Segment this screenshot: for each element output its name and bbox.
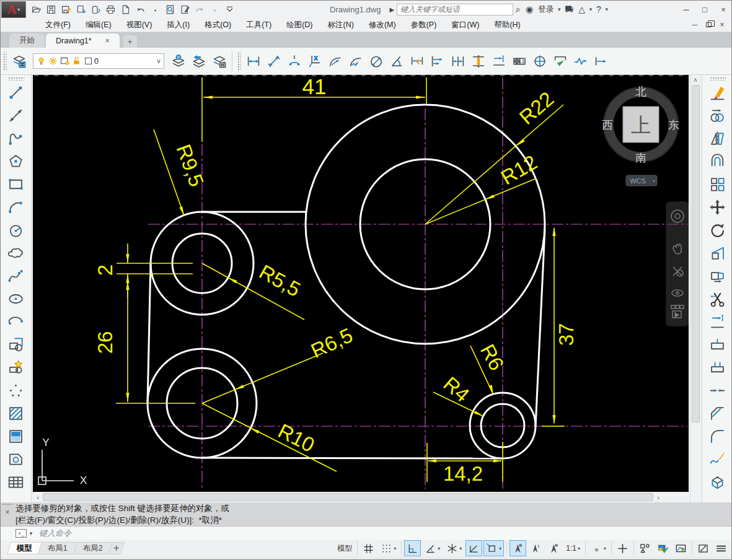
fullscreen[interactable] — [695, 540, 712, 556]
minimize-button[interactable]: ─ — [677, 1, 695, 17]
annotation-scale-value-dropdown-icon[interactable]: ▾ — [578, 546, 580, 551]
draw-hatch-button[interactable] — [4, 402, 28, 425]
draw-construction-line-button[interactable] — [4, 104, 28, 127]
doc-restore-button[interactable] — [702, 19, 715, 30]
qat-save-button[interactable] — [43, 2, 58, 17]
clean-screen-image[interactable]: ! — [672, 540, 689, 556]
draw-point-button[interactable] — [4, 379, 28, 402]
ucs-icon[interactable]: Y X — [38, 437, 87, 486]
dim-edit-button[interactable] — [591, 50, 611, 72]
layer-properties-button[interactable] — [9, 50, 29, 72]
ortho-toggle[interactable] — [404, 540, 421, 556]
qat-new-button[interactable] — [118, 2, 133, 17]
workspace-switching-dropdown-icon[interactable]: ▾ — [604, 546, 606, 551]
draw-line-button[interactable] — [4, 81, 28, 104]
modify-rotate-button[interactable] — [706, 219, 730, 242]
qat-publish-button[interactable] — [88, 2, 103, 17]
isodraft-toggle[interactable]: ▾ — [444, 540, 464, 556]
model-space-label[interactable]: 模型 — [335, 540, 355, 556]
polar-toggle[interactable]: ▾ — [422, 540, 443, 556]
vertical-scroll-thumb[interactable] — [692, 85, 700, 422]
draw-create-block-button[interactable] — [4, 356, 28, 379]
draw-ellipse-arc-button[interactable] — [4, 310, 28, 333]
qat-undo-button[interactable] — [133, 2, 148, 17]
customization[interactable] — [713, 540, 730, 556]
qat-markup-button[interactable] — [177, 2, 192, 17]
modify-offset-button[interactable] — [706, 150, 730, 173]
dim-linear-button[interactable] — [243, 50, 263, 72]
modify-toolbar-grip[interactable] — [710, 77, 726, 81]
otrack-toggle[interactable] — [465, 540, 482, 556]
app-store-cart-icon[interactable]: ⛟ — [565, 4, 573, 14]
dim-continue-button[interactable] — [448, 50, 468, 72]
dim-baseline-button[interactable] — [427, 50, 448, 72]
help-dropdown-icon[interactable]: ▾ — [604, 6, 610, 12]
annotation-monitor[interactable] — [614, 540, 631, 556]
menu-h[interactable]: 帮助(H) — [487, 18, 527, 32]
qat-export-button[interactable] — [73, 2, 88, 17]
draw-table-button[interactable] — [4, 471, 28, 494]
command-window-grip[interactable] — [2, 503, 13, 506]
dim-angular-button[interactable] — [386, 50, 407, 72]
draw-rectangle-button[interactable] — [4, 173, 28, 196]
dim-radius-button[interactable] — [325, 50, 345, 72]
draw-polyline-button[interactable] — [4, 127, 28, 150]
qat-print-button[interactable] — [103, 2, 118, 17]
help-search-input[interactable] — [397, 4, 513, 15]
layer-dropdown-chevron-icon[interactable]: ∨ — [156, 57, 161, 65]
qat-undo-menu-button[interactable]: ▾ — [148, 2, 162, 17]
menu-p[interactable]: 参数(P) — [403, 18, 444, 32]
graphics-performance[interactable] — [655, 540, 671, 556]
dim-diameter-button[interactable] — [366, 50, 386, 72]
maximize-button[interactable]: □ — [695, 1, 714, 17]
search-expand-icon[interactable]: ▶ — [389, 6, 394, 13]
center-mark-button[interactable] — [529, 50, 550, 72]
qat-redo-button[interactable] — [192, 2, 207, 17]
draw-revision-cloud-button[interactable] — [4, 242, 28, 265]
recent-commands-icon[interactable]: ▾ — [28, 530, 34, 536]
modify-trim-button[interactable] — [706, 287, 730, 310]
modify-scale-button[interactable] — [706, 242, 730, 265]
dim-jogged-button[interactable] — [345, 50, 366, 72]
dimension-toolbar-grip[interactable] — [237, 52, 241, 71]
application-menu-button[interactable]: A▾ — [1, 1, 26, 18]
horizontal-scrollbar[interactable]: ‹ › — [33, 492, 689, 502]
dimensions[interactable] — [116, 77, 565, 482]
workspace-switching[interactable]: ⚙▾ — [588, 540, 609, 556]
grid-toggle[interactable] — [360, 540, 377, 556]
command-input-row[interactable]: >_ ▾ 键入命令 — [1, 526, 732, 540]
doc-close-button[interactable]: × — [715, 19, 729, 30]
horizontal-scroll-thumb[interactable] — [43, 493, 653, 501]
isolate-objects[interactable] — [637, 540, 653, 556]
menu-v[interactable]: 视图(V) — [119, 18, 160, 32]
snap-toggle-dropdown-icon[interactable]: ▾ — [394, 546, 396, 551]
account-icon[interactable]: ◉ — [526, 4, 533, 14]
signin-dropdown-icon[interactable]: ▾ — [556, 6, 562, 12]
modify-fillet-button[interactable] — [706, 425, 730, 448]
draw-circle-button[interactable] — [4, 219, 28, 242]
annotation-scale-icon[interactable] — [545, 540, 562, 556]
dim-aligned-button[interactable] — [263, 50, 284, 72]
modify-break-button[interactable] — [706, 356, 730, 379]
menu-i[interactable]: 插入(I) — [159, 18, 197, 32]
command-close-icon[interactable]: × — [2, 507, 13, 517]
menu-n[interactable]: 标注(N) — [320, 18, 361, 32]
modify-join-button[interactable] — [706, 379, 730, 402]
osnap-toggle[interactable]: ▾ — [483, 540, 504, 556]
modify-copy-button[interactable] — [706, 104, 730, 127]
dim-jog-line-button[interactable] — [570, 50, 591, 72]
menu-e[interactable]: 编辑(E) — [78, 18, 119, 32]
tolerance-button[interactable]: .1 — [509, 50, 529, 72]
qat-redo-menu-button[interactable]: ▾ — [207, 2, 222, 17]
modify-extend-button[interactable] — [706, 310, 730, 333]
quick-dim-button[interactable] — [407, 50, 427, 72]
layout-tab-布局1[interactable]: 布局1 — [38, 542, 77, 554]
draw-ellipse-button[interactable] — [4, 287, 28, 310]
tab-drawing1[interactable]: Drawing1*× — [46, 33, 120, 48]
modify-mirror-button[interactable] — [706, 127, 730, 150]
dim-ordinate-button[interactable]: X — [304, 50, 325, 72]
draw-polygon-button[interactable] — [4, 150, 28, 173]
qat-save-as-button[interactable] — [58, 2, 73, 17]
new-drawing-tab-button[interactable]: + — [123, 35, 137, 48]
tab-start[interactable]: 开始 — [9, 33, 45, 48]
